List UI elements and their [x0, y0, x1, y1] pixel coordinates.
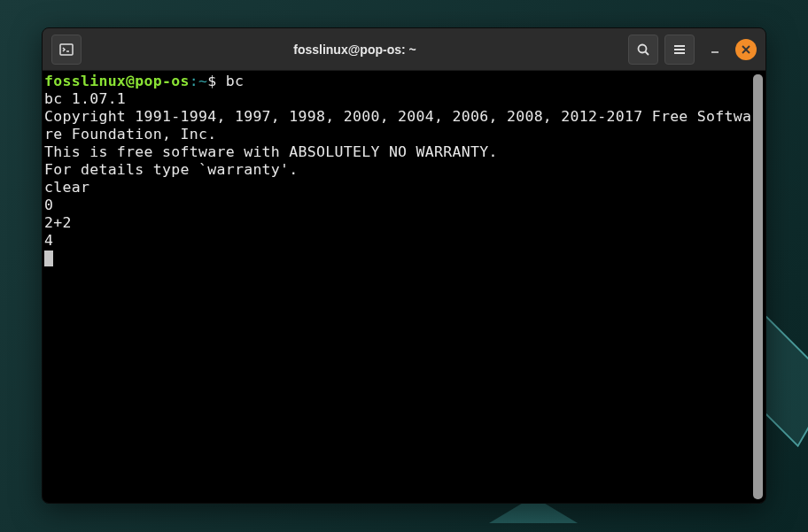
output-line: 2+2 — [44, 214, 72, 231]
prompt-separator: : — [190, 73, 198, 89]
hamburger-icon — [672, 42, 687, 57]
prompt-symbol: $ — [207, 73, 225, 89]
scrollbar[interactable] — [753, 74, 763, 499]
command-text: bc — [226, 73, 244, 89]
terminal-window: fosslinux@pop-os: ~ — [42, 27, 766, 504]
svg-rect-0 — [60, 44, 73, 55]
output-line: 0 — [44, 197, 53, 213]
window-title: fosslinux@pop-os: ~ — [89, 42, 621, 57]
terminal-content[interactable]: fosslinux@pop-os:~$ bc bc 1.07.1 Copyrig… — [44, 73, 752, 501]
minimize-button[interactable] — [701, 35, 729, 64]
close-icon — [742, 45, 750, 54]
minimize-icon — [710, 44, 720, 55]
prompt-user-host: fosslinux@pop-os — [44, 73, 190, 89]
terminal-body[interactable]: fosslinux@pop-os:~$ bc bc 1.07.1 Copyrig… — [43, 71, 765, 503]
search-icon — [636, 42, 650, 57]
prompt-path: ~ — [198, 73, 207, 89]
cursor — [44, 251, 53, 266]
output-line: clear — [44, 179, 89, 196]
output-line: 4 — [44, 232, 53, 249]
new-tab-button[interactable] — [51, 35, 82, 65]
search-button[interactable] — [628, 35, 658, 65]
output-copyright: Copyright 1991-1994, 1997, 1998, 2000, 2… — [44, 108, 751, 143]
menu-button[interactable] — [664, 35, 695, 65]
titlebar-controls — [628, 35, 757, 65]
output-version: bc 1.07.1 — [44, 90, 126, 107]
close-button[interactable] — [735, 39, 757, 60]
terminal-icon — [59, 42, 74, 57]
titlebar[interactable]: fosslinux@pop-os: ~ — [43, 28, 765, 71]
output-details: For details type `warranty'. — [44, 161, 299, 178]
output-notice: This is free software with ABSOLUTELY NO… — [44, 143, 498, 160]
svg-point-1 — [639, 44, 647, 52]
